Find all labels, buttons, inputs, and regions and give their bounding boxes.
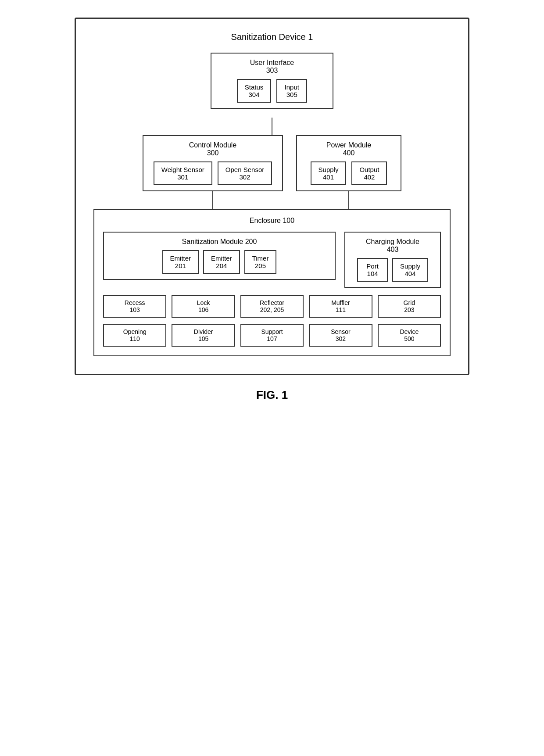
status-box: Status 304 — [237, 79, 272, 103]
recess-103-box: Recess 103 — [103, 295, 166, 318]
diagram-title: Sanitization Device 1 — [93, 32, 451, 42]
emitter-201-box: Emitter 201 — [162, 250, 199, 274]
middle-row: Control Module 300 Weight Sensor 301 Ope… — [93, 135, 451, 191]
power-module-children: Supply 401 Output 402 — [304, 161, 394, 185]
charging-module-label: Charging Module 403 — [351, 238, 435, 254]
input-box: Input 305 — [276, 79, 307, 103]
power-module-label: Power Module 400 — [304, 141, 394, 157]
grid-box: Grid 203 — [378, 295, 441, 318]
lock-106-box: Lock 106 — [172, 295, 235, 318]
charging-module-children: Port 104 Supply 404 — [351, 258, 435, 282]
fig-label: FIG. 1 — [75, 388, 469, 402]
reflector-box: Reflector 202, 205 — [240, 295, 304, 318]
output-402-box: Output 402 — [351, 161, 387, 185]
enclosure-bottom-rows: Recess 103 Lock 106 Reflector 202, 205 M… — [103, 295, 441, 347]
sanitization-module-box: Sanitization Module 200 Emitter 201 Emit… — [103, 232, 336, 280]
open-sensor-box: Open Sensor 302 — [218, 161, 272, 185]
v-line-power — [348, 191, 349, 209]
power-module-box: Power Module 400 Supply 401 Output 402 — [296, 135, 401, 191]
vertical-line — [272, 118, 272, 135]
ui-section: User Interface 303 Status 304 Input 305 — [93, 53, 451, 109]
enclosure-top-row: Sanitization Module 200 Emitter 201 Emit… — [103, 232, 441, 288]
ui-interface-box: User Interface 303 Status 304 Input 305 — [211, 53, 333, 109]
supply-404-box: Supply 404 — [392, 258, 428, 282]
enc-row-1: Recess 103 Lock 106 Reflector 202, 205 M… — [103, 295, 441, 318]
control-module-label: Control Module 300 — [150, 141, 275, 157]
ui-children: Status 304 Input 305 — [218, 79, 326, 103]
ui-label: User Interface 303 — [218, 59, 326, 75]
divider-box: Divider 105 — [172, 324, 235, 347]
sensor-302-box: Sensor 302 — [309, 324, 372, 347]
outer-border: Sanitization Device 1 User Interface 303… — [75, 18, 469, 375]
enclosure-box: Enclosure 100 Sanitization Module 200 Em… — [93, 209, 451, 356]
port-104-box: Port 104 — [357, 258, 388, 282]
muffler-box: Muffler 111 — [309, 295, 372, 318]
device-500-box: Device 500 — [378, 324, 441, 347]
control-module-children: Weight Sensor 301 Open Sensor 302 — [150, 161, 275, 185]
enc-row-2: Opening 110 Divider 105 Support 107 Sens… — [103, 324, 441, 347]
v-line-control — [212, 191, 213, 209]
support-box: Support 107 — [240, 324, 304, 347]
connector-control-line — [143, 191, 283, 209]
enclosure-label: Enclosure 100 — [103, 217, 441, 225]
supply-401-box: Supply 401 — [311, 161, 347, 185]
weight-sensor-box: Weight Sensor 301 — [154, 161, 212, 185]
timer-205-box: Timer 205 — [244, 250, 277, 274]
opening-box: Opening 110 — [103, 324, 166, 347]
page: Sanitization Device 1 User Interface 303… — [75, 9, 469, 402]
connector-ui-control — [93, 118, 451, 135]
san-module-label: Sanitization Module 200 — [109, 238, 329, 246]
connector-power-line — [296, 191, 401, 209]
charging-module-box: Charging Module 403 Port 104 Supply 404 — [344, 232, 441, 288]
control-module-box: Control Module 300 Weight Sensor 301 Ope… — [143, 135, 283, 191]
san-module-children: Emitter 201 Emitter 204 Timer 205 — [109, 250, 329, 274]
connector-middle-enclosure — [93, 191, 451, 209]
emitter-204-box: Emitter 204 — [203, 250, 240, 274]
